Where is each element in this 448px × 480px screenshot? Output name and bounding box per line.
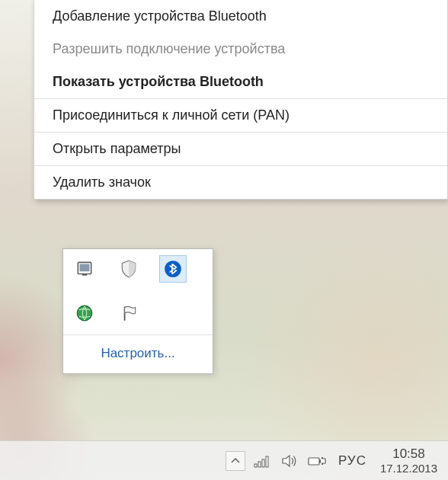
menu-item-show-devices[interactable]: Показать устройства Bluetooth bbox=[34, 66, 447, 98]
menu-item-allow-connect: Разрешить подключение устройства bbox=[34, 33, 447, 66]
signal-bars-icon bbox=[253, 453, 271, 469]
tray-flag-icon[interactable] bbox=[115, 299, 142, 327]
device-icon bbox=[75, 259, 94, 279]
taskbar-network-icon[interactable] bbox=[250, 449, 274, 473]
svg-rect-12 bbox=[319, 459, 321, 462]
clock-date: 17.12.2013 bbox=[380, 462, 437, 476]
flag-icon bbox=[119, 303, 139, 323]
globe-icon bbox=[75, 303, 94, 323]
svg-rect-8 bbox=[258, 462, 261, 467]
tray-overflow-toggle[interactable] bbox=[226, 451, 245, 471]
taskbar-clock[interactable]: 10:58 17.12.2013 bbox=[374, 446, 443, 476]
speaker-icon bbox=[280, 453, 299, 469]
menu-item-add-device[interactable]: Добавление устройства Bluetooth bbox=[34, 0, 447, 33]
tray-device-icon[interactable] bbox=[71, 255, 98, 283]
menu-item-open-settings[interactable]: Открыть параметры bbox=[34, 133, 447, 165]
bluetooth-context-menu: Добавление устройства Bluetooth Разрешит… bbox=[34, 0, 448, 200]
menu-item-join-pan[interactable]: Присоединиться к личной сети (PAN) bbox=[34, 99, 447, 132]
tray-customize-link[interactable]: Настроить... bbox=[63, 335, 213, 373]
taskbar-power-icon[interactable] bbox=[305, 449, 329, 473]
bluetooth-icon bbox=[163, 259, 183, 279]
clock-time: 10:58 bbox=[392, 446, 425, 462]
battery-plug-icon bbox=[307, 453, 327, 469]
shield-icon bbox=[119, 259, 139, 279]
tray-bluetooth-icon[interactable] bbox=[159, 255, 187, 283]
svg-rect-2 bbox=[82, 274, 88, 276]
svg-rect-11 bbox=[309, 458, 319, 465]
tray-globe-icon[interactable] bbox=[71, 299, 98, 327]
menu-item-remove-icon[interactable]: Удалить значок bbox=[34, 166, 447, 199]
tray-overflow-popup: Настроить... bbox=[62, 248, 213, 374]
svg-rect-1 bbox=[80, 264, 90, 272]
svg-point-3 bbox=[165, 261, 181, 277]
taskbar: РУС 10:58 17.12.2013 bbox=[0, 440, 448, 480]
tray-icons-grid bbox=[63, 249, 213, 330]
svg-rect-9 bbox=[262, 459, 264, 467]
svg-rect-7 bbox=[254, 464, 257, 467]
language-indicator[interactable]: РУС bbox=[331, 453, 374, 469]
taskbar-volume-icon[interactable] bbox=[277, 449, 302, 473]
chevron-up-icon bbox=[231, 458, 240, 464]
svg-rect-10 bbox=[266, 456, 268, 467]
tray-shield-icon[interactable] bbox=[115, 255, 142, 283]
